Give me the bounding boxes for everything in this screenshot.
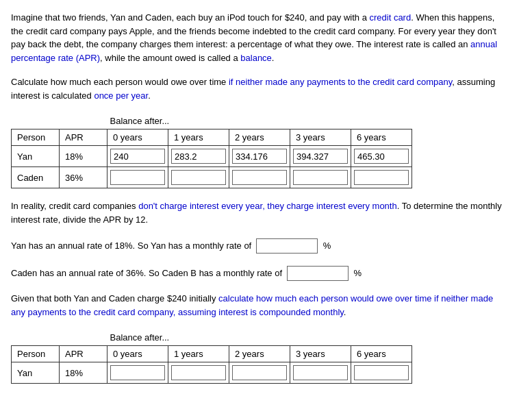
yan-1yr-cell <box>168 146 229 167</box>
yan2-3yr-input[interactable] <box>293 365 348 380</box>
caden-0yr-input[interactable] <box>110 170 165 185</box>
empty-header-cell-2 <box>12 330 107 346</box>
table-annual: Balance after... Person APR 0 years 1 ye… <box>11 113 412 188</box>
empty-header-cell <box>12 113 107 129</box>
yan-1yr-input[interactable] <box>171 149 226 164</box>
compound-monthly-section: Given that both Yan and Caden charge $24… <box>11 292 508 319</box>
highlight-dont-charge-yearly: don't charge interest every year, they c… <box>138 201 397 211</box>
col2-6years: 6 years <box>351 346 412 362</box>
yan-apr-cell: 18% <box>60 146 107 167</box>
caden-1yr-input[interactable] <box>171 170 226 185</box>
table-row: Yan 18% <box>12 362 412 384</box>
col-2years: 2 years <box>229 129 290 146</box>
yan2-apr-cell: 18% <box>60 362 107 384</box>
yan-monthly-rate-input[interactable] <box>256 238 318 254</box>
yan2-0yr-input[interactable] <box>110 365 165 380</box>
table-row: Yan 18% <box>12 146 412 167</box>
yan-3yr-input[interactable] <box>293 149 348 164</box>
yan2-person-cell: Yan <box>12 362 60 384</box>
col-3years: 3 years <box>290 129 351 146</box>
yan-2yr-input[interactable] <box>232 149 287 164</box>
caden-0yr-cell <box>107 167 168 188</box>
balance-after-row-2: Balance after... <box>12 330 412 346</box>
highlight-calculate: calculate how much each person would owe… <box>11 293 493 317</box>
caden-1yr-cell <box>168 167 229 188</box>
col-1years: 1 years <box>168 129 229 146</box>
yan2-3yr-cell <box>290 362 351 384</box>
yan2-6yr-input[interactable] <box>354 365 409 380</box>
column-header-row: Person APR 0 years 1 years 2 years 3 yea… <box>12 129 412 146</box>
monthly-rate-paragraph: In reality, credit card companies don't … <box>11 199 508 226</box>
yan-3yr-cell <box>290 146 351 167</box>
yan2-1yr-input[interactable] <box>171 365 226 380</box>
balance-after-label: Balance after... <box>107 113 412 129</box>
col2-3years: 3 years <box>290 346 351 362</box>
col-person: Person <box>12 129 60 146</box>
yan-6yr-cell <box>351 146 412 167</box>
yan-0yr-input[interactable] <box>110 149 165 164</box>
caden-person-cell: Caden <box>12 167 60 188</box>
caden-6yr-cell <box>351 167 412 188</box>
question-section-1: Calculate how much each person would owe… <box>11 75 508 102</box>
highlight-once-per-year: once per year <box>94 90 148 101</box>
caden-apr-cell: 36% <box>60 167 107 188</box>
question-paragraph-1: Calculate how much each person would owe… <box>11 75 508 102</box>
yan-person-cell: Yan <box>12 146 60 167</box>
yan2-0yr-cell <box>107 362 168 384</box>
col2-1years: 1 years <box>168 346 229 362</box>
intro-section: Imagine that two friends, Yan and Caden,… <box>11 11 508 64</box>
col-apr: APR <box>60 129 107 146</box>
caden-monthly-rate-input[interactable] <box>287 266 349 281</box>
yan-0yr-cell <box>107 146 168 167</box>
intro-paragraph-1: Imagine that two friends, Yan and Caden,… <box>11 11 508 64</box>
caden-2yr-cell <box>229 167 290 188</box>
highlight-condition-1: if neither made any payments to the cred… <box>229 77 452 87</box>
col-6years: 6 years <box>351 129 412 146</box>
yan2-2yr-input[interactable] <box>232 365 287 380</box>
compound-monthly-paragraph: Given that both Yan and Caden charge $24… <box>11 292 508 319</box>
col-0years: 0 years <box>107 129 168 146</box>
highlight-balance: balance <box>240 53 272 63</box>
caden-3yr-input[interactable] <box>293 170 348 185</box>
highlight-credit-card: credit card <box>369 12 411 23</box>
monthly-rate-section: In reality, credit card companies don't … <box>11 199 508 226</box>
caden-percent-symbol: % <box>354 268 362 278</box>
caden-3yr-cell <box>290 167 351 188</box>
yan-6yr-input[interactable] <box>354 149 409 164</box>
yan-rate-line: Yan has an annual rate of 18%. So Yan ha… <box>11 237 508 255</box>
column-header-row-2: Person APR 0 years 1 years 2 years 3 yea… <box>12 346 412 362</box>
balance-after-row: Balance after... <box>12 113 412 129</box>
col2-person: Person <box>12 346 60 362</box>
yan2-2yr-cell <box>229 362 290 384</box>
yan2-1yr-cell <box>168 362 229 384</box>
col2-0years: 0 years <box>107 346 168 362</box>
caden-rate-text: Caden has an annual rate of 36%. So Cade… <box>11 268 282 278</box>
caden-rate-line: Caden has an annual rate of 36%. So Cade… <box>11 264 508 282</box>
yan-percent-symbol: % <box>323 240 331 251</box>
table-row: Caden 36% <box>12 167 412 188</box>
table-monthly: Balance after... Person APR 0 years 1 ye… <box>11 330 412 384</box>
balance-after-label-2: Balance after... <box>107 330 412 346</box>
col2-2years: 2 years <box>229 346 290 362</box>
yan-rate-text: Yan has an annual rate of 18%. So Yan ha… <box>11 240 251 251</box>
caden-2yr-input[interactable] <box>232 170 287 185</box>
col2-apr: APR <box>60 346 107 362</box>
yan-2yr-cell <box>229 146 290 167</box>
yan2-6yr-cell <box>351 362 412 384</box>
caden-6yr-input[interactable] <box>354 170 409 185</box>
